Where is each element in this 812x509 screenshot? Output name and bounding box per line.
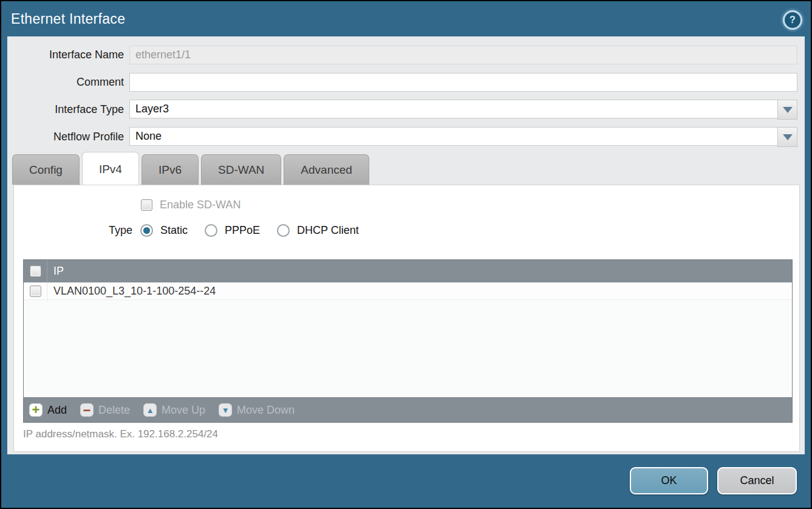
netflow-profile-label: Netflow Profile [7,131,129,143]
interface-type-dropdown-button[interactable] [777,100,797,120]
interface-name-field [129,46,797,64]
plus-icon: + [29,403,43,417]
enable-sdwan-label: Enable SD-WAN [160,199,241,211]
tab-bar: Config IPv4 IPv6 SD-WAN Advanced [12,154,372,185]
ip-column-header: IP [47,265,64,278]
interface-type-value[interactable]: Layer3 [129,100,777,118]
interface-name-label: Interface Name [7,49,129,61]
chevron-down-icon [783,134,793,140]
radio-dhcp-label: DHCP Client [297,224,359,237]
row-ip-value: VLAN0100_L3_10-1-100-254--24 [47,285,216,298]
add-button[interactable]: + Add [29,403,67,417]
select-all-checkbox[interactable] [30,265,41,277]
ok-button[interactable]: OK [630,467,708,494]
ethernet-interface-dialog: Ethernet Interface ? Interface Name Comm… [0,0,812,509]
netflow-profile-value[interactable]: None [129,127,777,146]
radio-static-label: Static [160,224,188,237]
radio-option-static[interactable]: Static [140,224,188,237]
interface-type-combo[interactable]: Layer3 [129,100,797,120]
interface-type-label: Interface Type [7,103,129,116]
netflow-profile-combo[interactable]: None [129,127,797,147]
minus-icon: − [80,403,94,417]
comment-field[interactable] [129,73,797,92]
radio-pppoe[interactable] [205,224,217,237]
row-checkbox[interactable] [30,285,41,297]
table-empty-area [24,300,792,397]
tab-ipv4[interactable]: IPv4 [82,152,139,185]
cancel-button[interactable]: Cancel [717,467,797,494]
help-icon[interactable]: ? [783,10,802,30]
chevron-down-icon [783,107,793,113]
ip-format-hint: IP address/netmask. Ex. 192.168.2.254/24 [23,428,218,440]
dialog-title: Ethernet Interface [11,11,125,27]
enable-sdwan-checkbox[interactable] [141,199,152,211]
radio-option-dhcp[interactable]: DHCP Client [277,224,359,237]
radio-dhcp[interactable] [277,224,290,237]
ipv4-tab-panel: Enable SD-WAN Type Static PPPoE DHCP Cli… [13,185,800,452]
arrow-down-icon: ▼ [219,403,232,417]
radio-static[interactable] [140,224,153,237]
move-down-button[interactable]: ▼ Move Down [219,403,295,417]
radio-pppoe-label: PPPoE [225,224,260,237]
tab-ipv6[interactable]: IPv6 [142,154,199,185]
netflow-profile-dropdown-button[interactable] [777,127,797,147]
tab-advanced[interactable]: Advanced [284,154,369,185]
ip-table-header: IP [24,260,792,282]
move-up-button[interactable]: ▲ Move Up [143,403,205,417]
arrow-up-icon: ▲ [143,403,157,417]
enable-sdwan-row: Enable SD-WAN [141,199,241,211]
dialog-titlebar: Ethernet Interface ? [2,1,810,35]
tab-sdwan[interactable]: SD-WAN [201,154,281,185]
table-row[interactable]: VLAN0100_L3_10-1-100-254--24 [24,282,792,300]
comment-label: Comment [7,76,129,89]
tab-config[interactable]: Config [12,154,80,185]
type-radio-group: Type Static PPPoE DHCP Client [109,224,376,237]
delete-button[interactable]: − Delete [80,403,130,417]
radio-option-pppoe[interactable]: PPPoE [205,224,260,237]
type-label: Type [109,224,132,237]
ip-table: IP VLAN0100_L3_10-1-100-254--24 + Add − … [23,259,793,423]
table-toolbar: + Add − Delete ▲ Move Up ▼ Move Down [24,397,792,422]
